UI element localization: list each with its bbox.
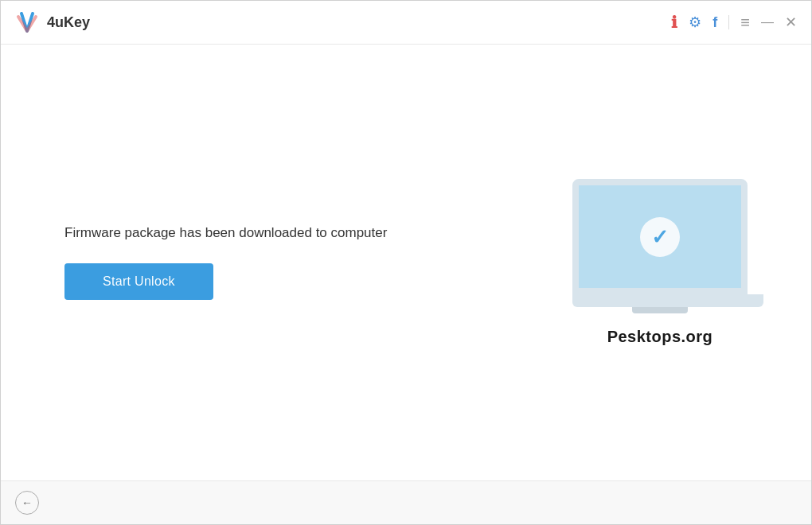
minimize-icon[interactable]: — [761,16,774,29]
help-icon[interactable]: ℹ [671,14,677,30]
status-text: Firmware package has been downloaded to … [64,225,387,241]
title-bar-right: ℹ ⚙ f ≡ — ✕ [671,14,797,30]
separator [728,15,729,29]
right-section: ✓ Pesktops.org [572,179,748,346]
app-window: 4uKey ℹ ⚙ f ≡ — ✕ Firmware package has b… [0,0,812,525]
start-unlock-button[interactable]: Start Unlock [64,263,213,300]
facebook-icon[interactable]: f [712,15,717,29]
back-arrow-icon: ← [21,496,33,509]
watermark-text: Pesktops.org [607,328,713,346]
title-bar: 4uKey ℹ ⚙ f ≡ — ✕ [1,1,811,45]
main-content: Firmware package has been downloaded to … [1,45,811,480]
app-title: 4uKey [47,14,90,31]
left-section: Firmware package has been downloaded to … [64,225,387,300]
check-circle: ✓ [640,217,680,257]
app-logo-icon [15,10,39,34]
checkmark-icon: ✓ [651,227,669,247]
title-bar-left: 4uKey [15,10,90,34]
laptop-screen: ✓ [572,179,748,294]
bottom-bar: ← [1,480,811,524]
laptop-stand [632,307,688,313]
back-button[interactable]: ← [15,491,39,515]
laptop-base [572,294,763,307]
laptop-illustration: ✓ [572,179,748,313]
close-icon[interactable]: ✕ [785,15,797,29]
settings-icon[interactable]: ⚙ [689,15,701,29]
menu-icon[interactable]: ≡ [740,14,750,30]
